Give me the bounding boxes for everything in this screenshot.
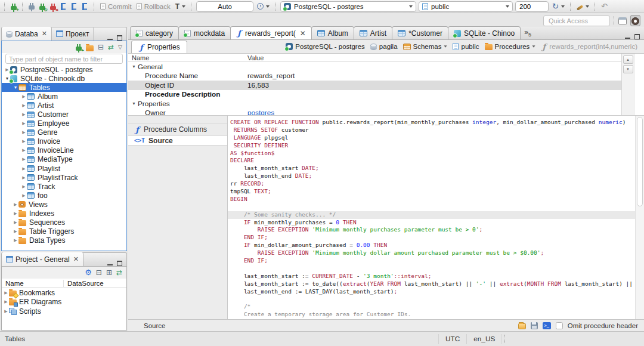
expand-arrow-icon[interactable]: ▶ [13,238,18,243]
open-in-sql-console-button[interactable]: >_ [543,322,551,329]
breadcrumb-item-procedures[interactable]: Procedures [483,42,538,51]
tree-item-foo[interactable]: ▶foo [2,191,126,200]
navigator-filter-input[interactable] [5,54,123,64]
collapse-all-button[interactable]: ⊟ [96,269,102,276]
new-connection-button[interactable]: + [76,43,82,51]
expand-arrow-icon[interactable]: ▶ [3,309,9,314]
tree-item-playlisttrack[interactable]: ▶PlaylistTrack [2,173,126,182]
new-connection-button[interactable]: + [10,2,18,11]
tree-item-artist[interactable]: ▶Artist [2,101,126,110]
collapse-arrow-icon[interactable]: ▼ [132,101,136,106]
close-icon[interactable]: ✕ [42,30,47,38]
expand-arrow-icon[interactable]: ▶ [13,211,18,216]
expand-arrow-icon[interactable]: ▶ [21,130,27,135]
expand-arrow-icon[interactable]: ▶ [21,184,27,189]
load-from-file-button[interactable] [518,322,526,329]
tree-item-table-triggers[interactable]: ▶Table Triggers [2,227,126,236]
sql-editor-button[interactable] [60,2,68,11]
project-item-bookmarks[interactable]: ▶Bookmarks [2,288,126,298]
properties-scroll-track[interactable] [634,54,644,115]
tree-item-album[interactable]: ▶Album [2,92,126,101]
datasource-combo[interactable]: PostgreSQL - postgres [280,1,416,12]
tree-item-postgresql-postgres[interactable]: ▶PostgreSQL - postgres [2,65,126,74]
tree-item-playlist[interactable]: ▶Playlist [2,164,126,173]
side-tab-source[interactable]: <>TSource [128,135,227,146]
tab-project-general[interactable]: Project - General✕ [2,252,83,266]
editor-tab-sqlite-chinoo[interactable]: SQLite - Chinoo [448,26,521,39]
property-row-properties[interactable]: ▼Properties [128,99,621,109]
compare-button[interactable] [575,3,590,10]
tree-item-mediatype[interactable]: ▶MediaType [2,155,126,164]
tree-item-indexes[interactable]: ▶Indexes [2,209,126,218]
fetch-size-input[interactable] [515,1,549,12]
open-perspective-button[interactable] [618,17,627,25]
expand-arrow-icon[interactable]: ▶ [21,166,27,171]
property-row-general[interactable]: ▼General [128,62,621,72]
tree-item-track[interactable]: ▶Track [2,182,126,191]
save-to-file-button[interactable] [531,322,538,329]
commit-mode-combo[interactable]: Auto [196,1,253,12]
property-value[interactable]: postgres [245,109,621,115]
expand-arrow-icon[interactable]: ▶ [21,157,27,162]
editor-tab-album[interactable]: Album [311,26,354,39]
column-header-datasource[interactable]: DataSource [64,280,126,287]
breadcrumb-item-pagila[interactable]: pagila [369,42,400,51]
minimize-icon[interactable] [107,261,113,265]
property-row-owner[interactable]: Ownerpostgres [128,109,621,116]
maximize-icon[interactable] [634,34,640,39]
source-code-editor[interactable]: CREATE OR REPLACE FUNCTION public.reward… [228,116,644,319]
settings-gear-button[interactable]: ⚙ [85,269,92,276]
project-item-scripts[interactable]: ▶Scripts [2,307,126,316]
property-row-procedure-name[interactable]: Procedure Namerewards_report [128,72,621,81]
project-item-er-diagrams[interactable]: ▶ER Diagrams [2,298,126,307]
tab-database-navigator[interactable]: Databa✕ [2,27,52,41]
tree-item-genre[interactable]: ▶Genre [2,128,126,137]
tree-item-sequences[interactable]: ▶Sequences [2,218,126,227]
maximize-icon[interactable] [117,261,122,266]
minimize-icon[interactable] [625,35,630,39]
connect-button[interactable] [27,2,36,10]
property-row-object-id[interactable]: Object ID16,583 [128,81,621,90]
locale-label[interactable]: en_US [467,334,502,344]
tab-projects[interactable]: Проект [52,27,94,41]
omit-procedure-header-checkbox[interactable] [556,322,563,329]
open-sql-script-button[interactable] [81,2,89,11]
tree-item-sqlite-chinook-db[interactable]: ▼SQLite - Chinook.db [2,74,126,83]
expand-arrow-icon[interactable]: ▶ [13,220,18,225]
schema-combo[interactable]: public [419,1,513,12]
tree-item-invoiceline[interactable]: ▶InvoiceLine [2,146,126,155]
timezone-label[interactable]: UTC [438,334,467,344]
column-header-name[interactable]: Name [128,54,245,61]
tree-item-tables[interactable]: ▼Tables [2,83,126,92]
rollback-button[interactable]: Rollback [135,2,172,11]
maximize-icon[interactable] [117,35,122,41]
undo-button[interactable]: ↶ [600,2,609,11]
properties-scrollbar[interactable]: ▲ ▼ [621,54,634,115]
view-menu-button[interactable]: ▽ [118,44,122,50]
expand-arrow-icon[interactable]: ▶ [21,94,27,99]
disconnect-button[interactable]: × [49,2,57,11]
expand-arrow-icon[interactable]: ▶ [13,202,18,207]
link-with-editor-button[interactable]: ⇄ [116,269,122,276]
expand-arrow-icon[interactable]: ▶ [21,112,27,117]
close-icon[interactable]: ✕ [73,255,79,263]
tree-item-customer[interactable]: ▶Customer [2,110,126,119]
transaction-log-button[interactable]: T [174,2,187,11]
expand-arrow-icon[interactable]: ▶ [3,299,9,304]
tree-item-employee[interactable]: ▶Employee [2,119,126,128]
tab-overflow-button[interactable]: »5 [520,28,535,38]
owner-link[interactable]: postgres [247,109,274,115]
breadcrumb-item-schemas[interactable]: Schemas [401,42,450,51]
editor-tab-mockdata[interactable]: mockdata [178,26,231,39]
close-icon[interactable]: ✕ [300,29,306,38]
code-scroll-thumb[interactable] [637,117,643,206]
column-header-name[interactable]: Name [2,280,64,287]
column-header-value[interactable]: Value [245,54,621,61]
collapse-arrow-icon[interactable]: ▼ [132,64,136,69]
tree-item-invoice[interactable]: ▶Invoice [2,137,126,146]
property-row-procedure-description[interactable]: Procedure Description [128,90,621,100]
dbeaver-perspective-button[interactable] [630,15,640,26]
expand-arrow-icon[interactable]: ▶ [21,148,27,153]
editor-tab-category[interactable]: category [130,26,179,39]
editor-tab-customer[interactable]: *Customer [392,26,448,39]
